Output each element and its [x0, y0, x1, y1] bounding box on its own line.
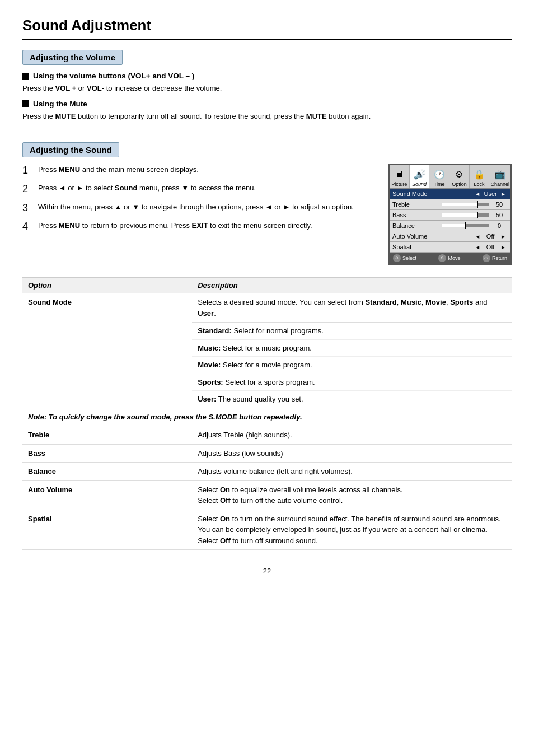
spatial-value: Off [482, 244, 499, 250]
spatial-label: Spatial [392, 244, 473, 250]
auto-volume-arrow-left: ◄ [473, 234, 482, 240]
treble-value: 50 [491, 201, 508, 208]
sound-mode-option: Sound Mode [22, 293, 192, 408]
menu-icons-row: 🖥 Picture 🔊 Sound 🕐 Time ⚙ Option 🔒 [390, 165, 510, 189]
sound-content: 1 Press MENU and the main menu screen di… [22, 164, 512, 265]
move-btn: ⊙ Move [438, 254, 460, 262]
auto-volume-option: Auto Volume [22, 480, 192, 510]
col-description-header: Description [192, 278, 512, 293]
table-row-auto-volume: Auto Volume Select On to equalize overal… [22, 480, 512, 510]
menu-row-spatial: Spatial ◄ Off ► [390, 242, 510, 253]
music-desc: Music: Select for a music program. [192, 339, 512, 357]
option-label: Option [451, 181, 468, 187]
mute-text: Press the MUTE button to temporarily tur… [22, 111, 512, 122]
select-icon: ⊙ [393, 254, 401, 262]
menu-screen: 🖥 Picture 🔊 Sound 🕐 Time ⚙ Option 🔒 [388, 164, 512, 265]
step-text-1: Press MENU and the main menu screen disp… [38, 164, 377, 177]
menu-row-bass: Bass 50 [390, 210, 510, 221]
menu-row-sound-mode: Sound Mode ◄ User ► [390, 189, 510, 199]
sports-desc: Sports: Select for a sports program. [192, 374, 512, 391]
treble-label: Treble [392, 201, 439, 208]
adjusting-volume-header: Adjusting the Volume [22, 50, 123, 65]
treble-bar-tick [477, 201, 478, 208]
bullet-icon [22, 73, 29, 80]
menu-row-treble: Treble 50 [390, 199, 510, 210]
vol-buttons-title: Using the volume buttons (VOL+ and VOL –… [22, 72, 512, 80]
picture-icon: 🖥 [393, 168, 405, 180]
spatial-option: Spatial [22, 510, 192, 550]
step-text-3: Within the menu, press ▲ or ▼ to navigat… [38, 202, 377, 214]
menu-row-balance: Balance 0 [390, 221, 510, 231]
bass-option: Bass [22, 444, 192, 463]
auto-volume-value: Off [482, 233, 499, 240]
channel-icon: 📺 [494, 168, 506, 180]
page-title: Sound Adjustment [22, 17, 512, 40]
section-divider-1 [22, 134, 512, 134]
adjusting-sound-header: Adjusting the Sound [22, 142, 119, 157]
step-1: 1 Press MENU and the main menu screen di… [22, 164, 377, 177]
menu-icon-time: 🕐 Time [429, 165, 449, 188]
select-btn: ⊙ Select [393, 254, 416, 262]
menu-bottom-bar: ⊙ Select ⊙ Move ▭ Return [390, 253, 510, 264]
bass-bar [442, 213, 489, 217]
move-label: Move [448, 255, 460, 261]
col-option-header: Option [22, 278, 192, 293]
sound-label: Sound [411, 181, 428, 187]
move-icon: ⊙ [438, 254, 446, 262]
bass-bar-fill [442, 213, 477, 217]
return-label: Return [492, 255, 507, 261]
channel-label: Channel [490, 181, 509, 187]
sound-steps: 1 Press MENU and the main menu screen di… [22, 164, 377, 265]
standard-desc: Standard: Select for normal programs. [192, 323, 512, 340]
spatial-desc: Select On to turn on the surround sound … [192, 510, 512, 550]
balance-desc: Adjusts volume balance (left and right v… [192, 463, 512, 481]
option-icon: ⚙ [453, 168, 465, 180]
time-label: Time [430, 181, 448, 187]
bass-value: 50 [491, 212, 508, 218]
return-btn: ▭ Return [483, 254, 507, 262]
treble-bar [442, 203, 489, 206]
options-table: Option Description Sound Mode Selects a … [22, 277, 512, 550]
step-2: 2 Press ◄ or ► to select Sound menu, pre… [22, 183, 377, 195]
step-num-1: 1 [22, 164, 32, 177]
bass-desc: Adjusts Bass (low sounds) [192, 444, 512, 463]
page-number: 22 [22, 567, 512, 575]
balance-value: 0 [491, 222, 508, 229]
table-row-bass: Bass Adjusts Bass (low sounds) [22, 444, 512, 463]
table-row-balance: Balance Adjusts volume balance (left and… [22, 463, 512, 481]
adjusting-volume-section: Adjusting the Volume Using the volume bu… [22, 50, 512, 122]
balance-bar [442, 224, 489, 227]
menu-icon-option: ⚙ Option [449, 165, 470, 188]
user-desc: User: The sound quality you set. [192, 391, 512, 408]
step-text-4: Press MENU to return to previous menu. P… [38, 220, 377, 233]
step-text-2: Press ◄ or ► to select Sound menu, press… [38, 183, 377, 195]
bass-label: Bass [392, 212, 439, 218]
step-3: 3 Within the menu, press ▲ or ▼ to navig… [22, 202, 377, 214]
spatial-arrow-right: ► [499, 244, 508, 250]
table-row-treble: Treble Adjusts Treble (high sounds). [22, 426, 512, 445]
movie-desc: Movie: Select for a movie program. [192, 357, 512, 374]
menu-icon-sound: 🔊 Sound [410, 165, 430, 188]
sound-icon: 🔊 [413, 168, 425, 180]
table-row-sound-mode: Sound Mode Selects a desired sound mode.… [22, 293, 512, 323]
sound-mode-arrow-left: ◄ [473, 191, 482, 197]
spatial-arrow-left: ◄ [473, 244, 482, 250]
balance-bar-fill [442, 224, 465, 227]
return-icon: ▭ [483, 254, 490, 262]
menu-icon-channel: 📺 Channel [489, 165, 510, 188]
auto-volume-arrow-right: ► [499, 234, 508, 240]
balance-bar-tick [465, 222, 466, 229]
lock-icon: 🔒 [473, 168, 485, 180]
step-num-3: 3 [22, 202, 32, 214]
menu-row-auto-volume: Auto Volume ◄ Off ► [390, 231, 510, 242]
adjusting-sound-section: Adjusting the Sound 1 Press MENU and the… [22, 142, 512, 265]
sound-mode-arrow-right: ► [499, 191, 508, 197]
menu-rows: Sound Mode ◄ User ► Treble 50 Bass [390, 189, 510, 253]
step-num-2: 2 [22, 183, 32, 195]
picture-label: Picture [391, 181, 408, 187]
step-num-4: 4 [22, 220, 32, 233]
note-text: Note: To quickly change the sound mode, … [22, 408, 512, 426]
bullet-icon-2 [22, 100, 29, 107]
auto-volume-desc: Select On to equalize overall volume lev… [192, 480, 512, 510]
sound-mode-label: Sound Mode [392, 190, 473, 197]
